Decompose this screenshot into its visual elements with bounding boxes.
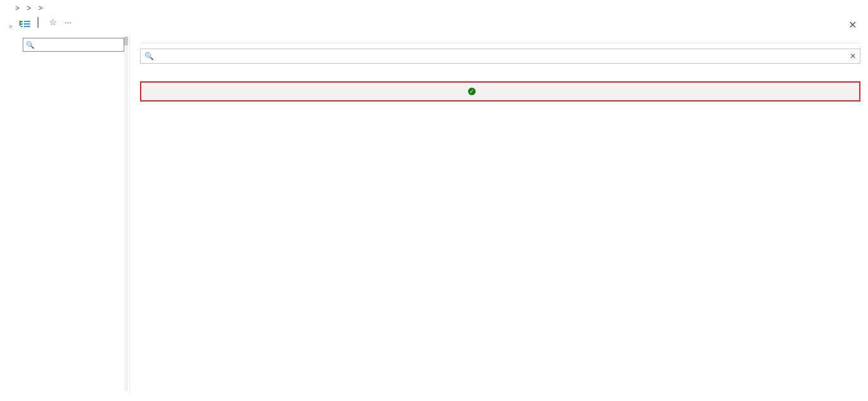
highlighted-row: ✓ [140,81,860,102]
main-content: 🔍 ✕ ✓ [130,34,868,393]
filter-input[interactable] [158,51,855,61]
close-blade-icon[interactable]: ✕ [848,19,857,31]
table-header [140,66,860,81]
toolbar [140,34,860,44]
sidebar: 🔍 « [19,34,130,393]
sidebar-search[interactable]: 🔍 [23,38,124,52]
sidebar-scrollbar[interactable] [124,37,128,391]
more-icon[interactable]: ··· [64,17,72,27]
sidebar-search-input[interactable] [37,40,121,49]
filter-box[interactable]: 🔍 ✕ [140,49,860,64]
clear-filter-icon[interactable]: ✕ [850,52,856,61]
status-cell: ✓ [468,88,479,95]
search-icon: 🔍 [26,41,35,49]
favorite-star-icon[interactable]: ☆ [49,17,57,27]
page-header: | ☆ ··· ✕ [0,15,868,34]
status-registered-icon: ✓ [468,88,476,95]
table-row[interactable]: ✓ [141,83,859,100]
subscription-icon [19,18,32,30]
breadcrumb: > > > [0,0,868,15]
search-icon: 🔍 [144,52,154,61]
